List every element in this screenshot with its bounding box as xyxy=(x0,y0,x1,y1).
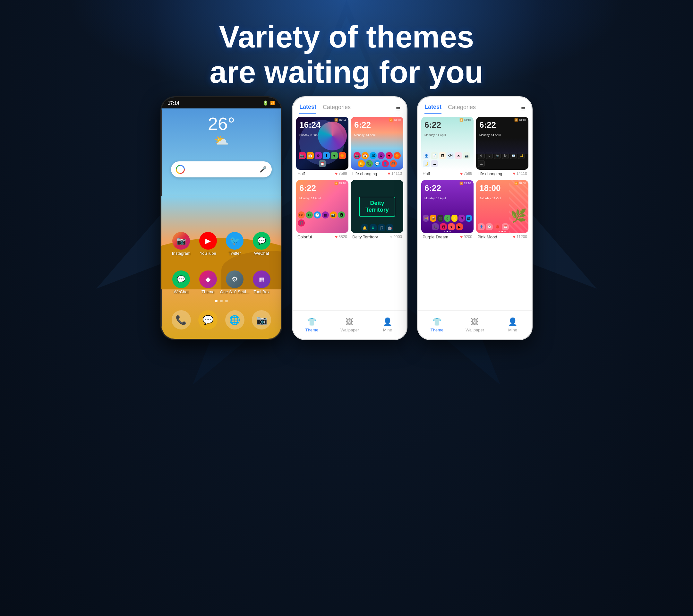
phone-middle: Latest Categories ≡ 📶 16:24 16:24Sunday,… xyxy=(292,96,408,340)
youtube-label: YouTube xyxy=(200,251,216,256)
nav-wallpaper-middle[interactable]: 🖼 Wallpaper xyxy=(331,317,369,332)
dock-message[interactable]: 💬 xyxy=(198,310,218,330)
purple-icons-row1: 🧮 📦 ⚫ g ⭐ ⚙ 🖼 xyxy=(423,215,472,222)
theme-preview-purple-right: 📶 13:10 6:22Monday, 14 April 🧮 📦 ⚫ g ⭐ ⚙… xyxy=(421,180,474,233)
theme-preview-pink-right: 📶 18:00 18:00Saturday, 12 Oct 🌿 👤 🕐 🔴 xyxy=(476,180,529,233)
count-life-right: 14110 xyxy=(517,171,527,176)
theme-icon: ◆ xyxy=(199,271,217,288)
theme-preview-deity-middle: DeityTerritory 🔔 ⬇ 🎵 🤖 xyxy=(351,180,403,233)
theme-card-life-right[interactable]: 📶 13:10 6:22Monday, 14 April ⚙ L 📷 |9 📧 … xyxy=(476,117,529,177)
menu-icon-right[interactable]: ≡ xyxy=(521,105,525,113)
nav-theme-middle[interactable]: 👕 Theme xyxy=(293,317,331,332)
header: Variety of themes are waiting for you xyxy=(0,19,693,90)
theme-preview-half-right: 📶 13:10 6:22Monday, 14 April 👤 📄 🖼 •24 ✖… xyxy=(421,117,474,170)
app-settings[interactable]: ⚙ One S10 Setti... xyxy=(224,271,246,294)
dot-2 xyxy=(220,300,223,302)
tab-latest-middle[interactable]: Latest xyxy=(299,104,316,114)
theme-info-half-middle: Half ♥ 7599 xyxy=(296,170,349,177)
app-row-1: 📷 Instagram ▶ YouTube 🐦 Twitter 💬 xyxy=(168,232,275,256)
heart-pink-right: ♥ xyxy=(513,234,515,239)
deity-border: DeityTerritory xyxy=(359,197,395,217)
headline-line2: are waiting for you xyxy=(210,55,483,89)
theme-time-colorful: 6:22Monday, 14 April xyxy=(299,184,320,200)
wifi-icon: 📶 xyxy=(270,101,275,105)
theme-preview-life-middle: 📶 13:10 6:22Monday, 14 April 📷 📅 10 ⚙ ♥ … xyxy=(351,117,403,170)
app-row-2: 💬 WeChat ◆ Theme ⚙ One S10 Setti... ▦ xyxy=(168,271,275,294)
app-youtube[interactable]: ▶ YouTube xyxy=(197,232,219,256)
wechat-label-1: WeChat xyxy=(254,251,269,256)
app-theme[interactable]: ◆ Theme xyxy=(197,271,219,294)
toolbox-label: Tool Box xyxy=(254,290,270,294)
theme-card-purple-right[interactable]: 📶 13:10 6:22Monday, 14 April 🧮 📦 ⚫ g ⭐ ⚙… xyxy=(421,180,474,241)
search-bar[interactable]: 🎤 xyxy=(171,161,272,177)
nav-wallpaper-icon-middle: 🖼 xyxy=(346,317,354,326)
heart-life-middle: ♥ xyxy=(388,171,390,176)
count-pink-right: 11200 xyxy=(517,235,527,239)
app-toolbox[interactable]: ▦ Tool Box xyxy=(250,271,273,294)
tab-categories-middle[interactable]: Categories xyxy=(323,104,351,113)
theme-time-pink-right: 18:00Saturday, 12 Oct xyxy=(479,184,501,200)
theme-card-pink-right[interactable]: 📶 18:00 18:00Saturday, 12 Oct 🌿 👤 🕐 🔴 xyxy=(476,180,529,241)
nav-mine-icon-middle: 👤 xyxy=(383,317,392,326)
count-purple-right: 9200 xyxy=(463,235,472,239)
nav-wallpaper-right[interactable]: 🖼 Wallpaper xyxy=(456,317,494,332)
phone-right: Latest Categories ≡ 📶 13:10 6:22Monday, … xyxy=(417,96,533,340)
theme-info-deity-middle: Deity Territory ♥ 9900 xyxy=(351,233,403,241)
card-status-3: 📶 13:10 xyxy=(334,182,346,185)
instagram-label: Instagram xyxy=(172,251,191,256)
nav-mine-middle[interactable]: 👤 Mine xyxy=(369,317,407,332)
theme-name-pink-right: Pink Mood xyxy=(477,235,513,239)
menu-icon-middle[interactable]: ≡ xyxy=(396,105,400,113)
nav-mine-label-middle: Mine xyxy=(383,327,392,332)
card-status-r2: 📶 13:10 xyxy=(514,118,526,122)
wechat-icon-1: 💬 xyxy=(253,232,271,250)
app-instagram[interactable]: 📷 Instagram xyxy=(170,232,193,256)
theme-preview-life-right: 📶 13:10 6:22Monday, 14 April ⚙ L 📷 |9 📧 … xyxy=(476,117,529,170)
app-wechat-1[interactable]: 💬 WeChat xyxy=(250,232,273,256)
theme-preview-half-middle: 📶 16:24 16:24Sunday, 8 June 📷 📅 ⚙ ⬇ ♥ 🔶 … xyxy=(296,117,349,170)
mic-icon[interactable]: 🎤 xyxy=(259,165,267,173)
theme-card-deity-middle[interactable]: DeityTerritory 🔔 ⬇ 🎵 🤖 Deity Territory ♥… xyxy=(351,180,403,241)
light-icons: 👤 📄 🖼 •24 ✖ 📷 🌙 ☁ xyxy=(423,152,472,167)
heart-half-right: ♥ xyxy=(460,171,463,176)
card-status-1: 📶 16:24 xyxy=(334,118,346,122)
dot-1 xyxy=(215,300,218,302)
nav-theme-label-middle: Theme xyxy=(305,327,318,332)
nav-theme-right[interactable]: 👕 Theme xyxy=(418,317,456,332)
theme-card-life-middle[interactable]: 📶 13:10 6:22Monday, 14 April 📷 📅 10 ⚙ ♥ … xyxy=(351,117,403,177)
count-life-middle: 14110 xyxy=(391,171,402,176)
tab-latest-right[interactable]: Latest xyxy=(424,104,441,114)
count-colorful-middle: 8820 xyxy=(338,235,347,239)
theme-card-half-middle[interactable]: 📶 16:24 16:24Sunday, 8 June 📷 📅 ⚙ ⬇ ♥ 🔶 … xyxy=(296,117,349,177)
pink-illustration: 🌿 xyxy=(511,208,527,223)
theme-info-purple-right: Purple Dream ♥ 9200 xyxy=(421,233,474,241)
theme-info-colorful-middle: Colorful ♥ 8820 xyxy=(296,233,349,241)
headline: Variety of themes are waiting for you xyxy=(0,19,693,90)
heart-life-right: ♥ xyxy=(513,171,515,176)
app-twitter[interactable]: 🐦 Twitter xyxy=(224,232,246,256)
pink-stripe xyxy=(509,180,529,233)
theme-name-half-middle: Half xyxy=(297,171,335,176)
dock: 📞 💬 🌐 📷 xyxy=(168,310,275,330)
theme-name-purple-right: Purple Dream xyxy=(422,235,460,239)
phones-container: 17:14 🔋 📶 26° ⛅ 🎤 📷 xyxy=(0,96,693,340)
dot-3 xyxy=(225,300,228,302)
heart-half-middle: ♥ xyxy=(335,171,338,176)
colorful-icons: 08 ⚙ 🕐 ▦ 📷 🖼 🎵 xyxy=(298,212,347,226)
dock-camera[interactable]: 📷 xyxy=(252,310,271,330)
tab-categories-right[interactable]: Categories xyxy=(448,104,476,113)
status-network: 17:14 xyxy=(168,100,179,105)
theme-name-colorful-middle: Colorful xyxy=(297,235,335,239)
dock-browser[interactable]: 🌐 xyxy=(225,310,244,330)
cosmic-bubble xyxy=(318,122,347,151)
middle-header: Latest Categories ≡ xyxy=(293,97,407,114)
count-half-right: 7599 xyxy=(463,171,472,176)
wechat-label-2: WeChat xyxy=(174,290,189,294)
theme-card-colorful-middle[interactable]: 📶 13:10 6:22Monday, 14 April 08 ⚙ 🕐 ▦ 📷 … xyxy=(296,180,349,241)
dock-phone[interactable]: 📞 xyxy=(172,310,191,330)
nav-mine-right[interactable]: 👤 Mine xyxy=(494,317,532,332)
nav-theme-label-right: Theme xyxy=(431,327,443,332)
nav-mine-label-right: Mine xyxy=(508,327,517,332)
app-wechat-2[interactable]: 💬 WeChat xyxy=(170,271,193,294)
theme-card-half-right[interactable]: 📶 13:10 6:22Monday, 14 April 👤 📄 🖼 •24 ✖… xyxy=(421,117,474,177)
